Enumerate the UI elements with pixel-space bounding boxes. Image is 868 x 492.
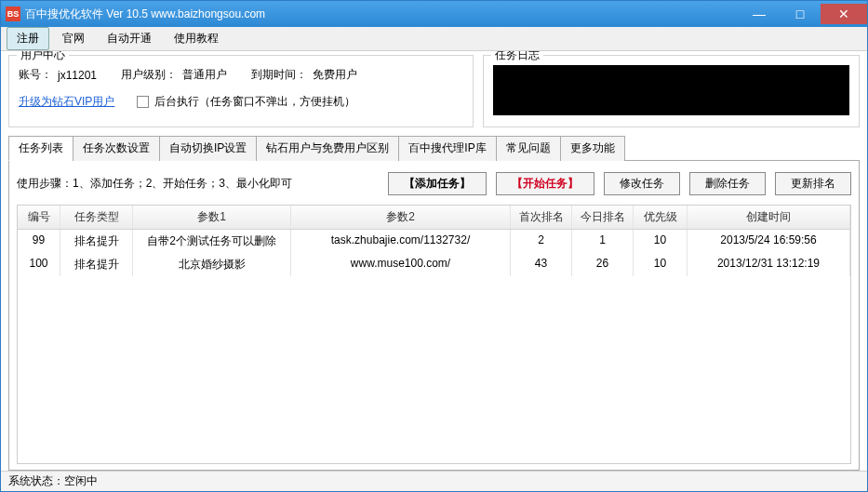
background-run-checkbox[interactable] [137,96,149,108]
status-value: 空闲中 [64,473,98,489]
account-value: jx11201 [58,69,97,82]
table-cell: 2013/12/31 13:12:19 [688,253,850,276]
table-cell: 100 [18,253,60,276]
user-center-title: 用户中心 [17,51,69,63]
titlebar: BS 百中搜优化软件 Ver 10.5 www.baizhongsou.com … [1,1,867,27]
table-cell: 2013/5/24 16:59:56 [688,230,850,253]
th-param2[interactable]: 参数2 [291,206,511,229]
task-log-title: 任务日志 [491,51,543,63]
table-row[interactable]: 100排名提升北京婚纱摄影www.muse100.com/4326102013/… [18,253,850,276]
tab-body: 使用步骤：1、添加任务；2、开始任务；3、最小化即可 【添加任务】 【开始任务】… [8,161,860,471]
th-type[interactable]: 任务类型 [60,206,133,229]
user-center-panel: 用户中心 账号： jx11201 用户级别： 普通用户 到期时间： 免费用户 升… [8,55,474,127]
level-label: 用户级别： [121,67,177,83]
table-cell: 2 [511,230,572,253]
menu-tutorial[interactable]: 使用教程 [165,28,228,49]
tab-vip-vs-free[interactable]: 钻石用户与免费用户区别 [256,136,399,161]
tab-more-features[interactable]: 更多功能 [560,136,625,161]
main-window: BS 百中搜优化软件 Ver 10.5 www.baizhongsou.com … [0,0,868,492]
background-run-label: 后台执行（任务窗口不弹出，方便挂机） [154,94,355,110]
th-priority[interactable]: 优先级 [634,206,688,229]
tab-task-list[interactable]: 任务列表 [8,136,73,161]
account-label: 账号： [19,67,52,83]
tab-auto-ip-switch[interactable]: 自动切换IP设置 [159,136,257,161]
menu-auto-open[interactable]: 自动开通 [98,28,161,49]
table-cell: 1 [572,230,634,253]
expire-label: 到期时间： [251,67,307,83]
table-body: 99排名提升自带2个测试任务可以删除task.zhubajie.com/1132… [18,230,850,463]
window-title: 百中搜优化软件 Ver 10.5 www.baizhongsou.com [25,7,739,22]
task-log-box [493,65,849,115]
level-value: 普通用户 [182,67,227,83]
app-icon: BS [6,7,20,21]
start-task-button[interactable]: 【开始任务】 [496,172,594,195]
statusbar: 系统状态： 空闲中 [1,471,867,491]
task-table: 编号 任务类型 参数1 参数2 首次排名 今日排名 优先级 创建时间 99排名提… [17,205,851,464]
table-cell: 10 [634,253,688,276]
table-row[interactable]: 99排名提升自带2个测试任务可以删除task.zhubajie.com/1132… [18,230,850,253]
status-label: 系统状态： [8,473,64,489]
minimize-button[interactable]: — [739,4,780,24]
tab-task-count-settings[interactable]: 任务次数设置 [73,136,160,161]
tab-faq[interactable]: 常见问题 [496,136,561,161]
upgrade-vip-link[interactable]: 升级为钻石VIP用户 [19,94,114,110]
menubar: 注册 官网 自动开通 使用教程 [1,27,867,51]
table-cell: task.zhubajie.com/1132732/ [291,230,511,253]
table-cell: 自带2个测试任务可以删除 [133,230,291,253]
task-log-panel: 任务日志 [483,55,860,127]
menu-website[interactable]: 官网 [53,28,94,49]
menu-register[interactable]: 注册 [7,27,49,50]
table-cell: 10 [634,230,688,253]
expire-value: 免费用户 [313,67,357,83]
th-created[interactable]: 创建时间 [688,206,850,229]
th-today-rank[interactable]: 今日排名 [572,206,634,229]
table-cell: 43 [511,253,572,276]
table-cell: 排名提升 [60,253,133,276]
delete-task-button[interactable]: 删除任务 [689,172,766,195]
table-cell: 北京婚纱摄影 [133,253,291,276]
table-header: 编号 任务类型 参数1 参数2 首次排名 今日排名 优先级 创建时间 [18,206,850,230]
refresh-rank-button[interactable]: 更新排名 [775,172,851,195]
table-cell: 26 [572,253,634,276]
add-task-button[interactable]: 【添加任务】 [388,172,487,195]
table-cell: 99 [18,230,60,253]
table-cell: 排名提升 [60,230,133,253]
th-param1[interactable]: 参数1 [133,206,291,229]
th-first-rank[interactable]: 首次排名 [511,206,572,229]
close-button[interactable]: ✕ [821,4,867,24]
th-id[interactable]: 编号 [18,206,60,229]
usage-instructions: 使用步骤：1、添加任务；2、开始任务；3、最小化即可 [17,176,379,192]
tab-proxy-ip-pool[interactable]: 百中搜代理IP库 [398,136,496,161]
edit-task-button[interactable]: 修改任务 [604,172,680,195]
maximize-button[interactable]: □ [780,4,821,24]
tab-strip: 任务列表 任务次数设置 自动切换IP设置 钻石用户与免费用户区别 百中搜代理IP… [8,135,860,161]
table-cell: www.muse100.com/ [291,253,511,276]
